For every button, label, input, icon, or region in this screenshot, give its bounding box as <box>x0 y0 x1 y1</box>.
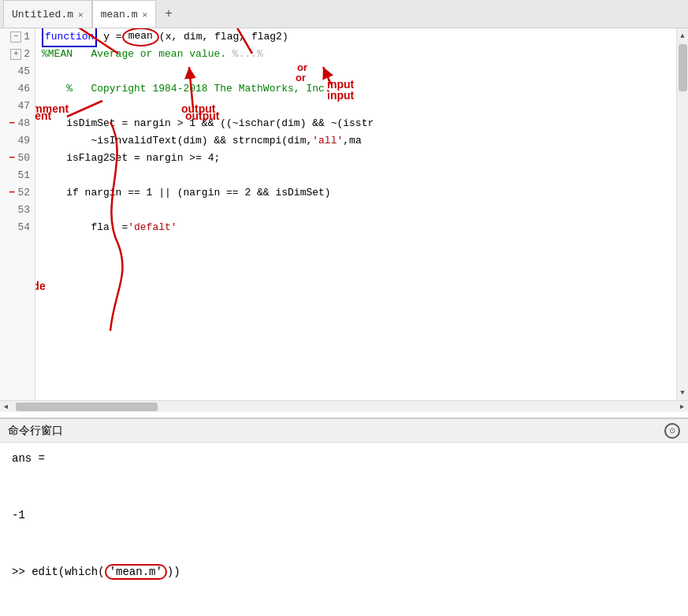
code-line-49: ~isInvalidText(dim) && strncmpi(dim,'all… <box>42 132 676 150</box>
code-line-45 <box>42 63 676 80</box>
cmd-mean-circle: 'mean.m' <box>105 564 167 580</box>
code-line-48: isDimSet = nargin > 1 && ((~ischar(dim) … <box>42 115 676 132</box>
command-window: 命令行窗口 ⊙ ans = -1 >> edit(which('mean.m')… <box>0 417 688 616</box>
line-num-47: 47 <box>0 98 35 115</box>
tab-untitled-close[interactable]: ✕ <box>78 9 84 20</box>
code-line-52: if nargin == 1 || (nargin == 2 && isDimS… <box>42 184 676 202</box>
line-numbers: − 1 + 2 45 46 47 −48 49 −50 51 −52 53 54 <box>0 28 35 400</box>
line-num-2: + 2 <box>0 46 35 63</box>
line-num-53: 53 <box>0 202 35 219</box>
code-line-2: %MEAN Average or mean value. %...% <box>42 46 676 63</box>
cmd-ans-text: ans = <box>12 452 45 465</box>
scroll-down-arrow[interactable]: ▼ <box>677 387 689 399</box>
line-num-49: 49 <box>0 132 35 150</box>
tab-mean-label: mean.m <box>101 9 138 20</box>
cmd-content[interactable]: ans = -1 >> edit(which('mean.m')) <box>0 443 688 616</box>
line-num-54: 54 <box>0 219 35 236</box>
cmd-line-ans: ans = <box>12 449 676 468</box>
code-svg-label: code <box>35 280 46 292</box>
line-num-46: 46 <box>0 80 35 98</box>
cmd-value: -1 <box>12 509 25 521</box>
scroll-left-arrow[interactable]: ◄ <box>0 401 12 413</box>
line-num-1: − 1 <box>0 28 35 46</box>
code-line-54: fla = 'defalt' <box>42 219 676 236</box>
line-num-51: 51 <box>0 167 35 184</box>
code-copyright: % Copyright 1984-2018 The MathWorks, Inc… <box>42 80 331 98</box>
tab-add-button[interactable]: + <box>158 3 180 25</box>
cmd-prompt-text: >> edit(which('mean.m')) <box>12 564 180 580</box>
scroll-thumb-v[interactable] <box>679 44 687 91</box>
horizontal-scroll-container: ◄ ► <box>0 400 688 412</box>
fold-btn-1[interactable]: − <box>10 32 21 43</box>
tab-mean-close[interactable]: ✕ <box>142 9 147 20</box>
code-content[interactable]: function y = mean (x, dim, flag, flag2) … <box>35 28 676 400</box>
cmd-title: 命令行窗口 <box>8 424 63 438</box>
scroll-right-arrow[interactable]: ► <box>676 401 688 413</box>
fold-btn-2[interactable]: + <box>10 49 21 60</box>
line-num-45: 45 <box>0 63 35 80</box>
code-line-51 <box>42 167 676 184</box>
tab-untitled[interactable]: Untitled.m ✕ <box>3 0 92 28</box>
cmd-line-empty2 <box>12 487 676 506</box>
tab-untitled-label: Untitled.m <box>12 9 73 20</box>
line-num-50: −50 <box>0 150 35 167</box>
line-num-52: −52 <box>0 184 35 202</box>
code-comment-ellipsis: %...% <box>232 46 263 63</box>
vertical-scrollbar[interactable]: ▲ ▼ <box>676 28 688 400</box>
code-line-50: isFlag2Set = nargin >= 4; <box>42 150 676 167</box>
function-name-circle: mean <box>122 28 159 46</box>
keyword-function: function <box>45 31 94 43</box>
code-comment-mean: %MEAN Average or mean value. <box>42 46 232 63</box>
cmd-line-empty1 <box>12 468 676 487</box>
cmd-header: 命令行窗口 ⊙ <box>0 419 688 443</box>
code-line-46: % Copyright 1984-2018 The MathWorks, Inc… <box>42 80 676 98</box>
code-line-1: function y = mean (x, dim, flag, flag2) <box>42 28 676 46</box>
line-num-48: −48 <box>0 115 35 132</box>
scroll-up-arrow[interactable]: ▲ <box>677 30 689 42</box>
editor-container: Untitled.m ✕ mean.m ✕ + − 1 + 2 45 46 47… <box>0 0 688 417</box>
cmd-line-empty4 <box>12 544 676 562</box>
code-line-53 <box>42 202 676 219</box>
cmd-line-minus1: -1 <box>12 506 676 525</box>
cmd-line-empty3 <box>12 525 676 544</box>
code-line-47 <box>42 98 676 115</box>
cmd-line-edit: >> edit(which('mean.m')) <box>12 562 676 581</box>
scroll-thumb-h[interactable] <box>16 403 158 411</box>
tab-mean[interactable]: mean.m ✕ <box>92 0 156 28</box>
cmd-circle-icon[interactable]: ⊙ <box>664 423 680 439</box>
tab-bar: Untitled.m ✕ mean.m ✕ + <box>0 0 688 28</box>
fn-name-mean: mean <box>128 30 153 42</box>
